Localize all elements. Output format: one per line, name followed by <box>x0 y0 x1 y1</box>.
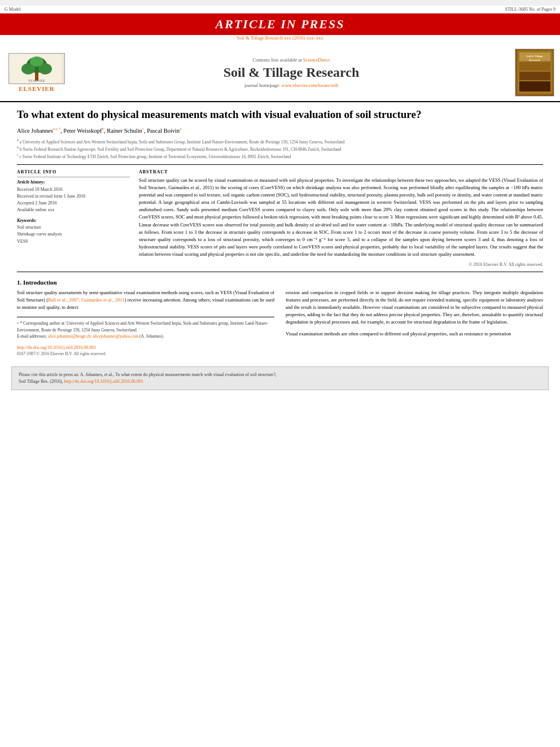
abstract-col: ABSTRACT Soil structure quality can be s… <box>139 169 543 267</box>
elsevier-logo-image: ELSEVIER <box>8 53 65 84</box>
homepage-url-text: www.elsevier.com/locate/still <box>282 82 338 88</box>
article-content: To what extent do physical measurements … <box>0 102 560 362</box>
elsevier-logo: ELSEVIER ELSEVIER <box>6 53 68 92</box>
email-label: E-mail addresses: <box>17 334 47 339</box>
elsevier-wordmark: ELSEVIER <box>19 85 55 92</box>
sciencedirect-text: ScienceDirect <box>303 57 330 63</box>
citation-doi-link[interactable]: http://dx.doi.org/10.1016/j.still.2016.0… <box>64 379 143 384</box>
article-doi: Soil & Tillage Research xxx (2016) xxx–x… <box>0 35 560 41</box>
still-number: STILL-3685 No. of Pages 9 <box>505 7 555 12</box>
history-label: Article history: <box>17 180 130 185</box>
sciencedirect-link[interactable]: ScienceDirect <box>303 57 330 63</box>
affiliation-b: b b Swiss Federal Research Station Agros… <box>17 146 543 152</box>
footnote-email-line: E-mail addresses: alice.johannes@hesge.c… <box>17 333 274 339</box>
affiliation-c: c c Swiss Federal Institute of Technolog… <box>17 153 543 159</box>
affil-c-text: c Swiss Federal Institute of Technology … <box>20 154 291 159</box>
citation-text: Please cite this article in press as: A.… <box>19 372 277 384</box>
doi-link-text: http://dx.doi.org/10.1016/j.still.2016.0… <box>17 345 97 350</box>
svg-text:ELSEVIER: ELSEVIER <box>29 79 45 82</box>
svg-point-5 <box>30 56 43 67</box>
article-title: To what extent do physical measurements … <box>17 108 543 122</box>
introduction-section: 1. Introduction Soil structure quality a… <box>17 279 543 357</box>
author2-name: , Peter Weisskopf <box>60 127 102 133</box>
intro-left-text: Soil structure quality assessments by se… <box>17 289 274 312</box>
intro-heading: 1. Introduction <box>17 279 543 286</box>
banner-text: ARTICLE IN PRESS <box>216 17 345 31</box>
author1-name: Alice Johannes <box>17 127 53 133</box>
doi-text: Soil & Tillage Research xxx (2016) xxx–x… <box>237 35 323 41</box>
journal-header: ELSEVIER ELSEVIER Contents lists availab… <box>0 44 560 102</box>
article-info-label: ARTICLE INFO <box>17 169 130 174</box>
received-revised-date: Received in revised form 1 June 2016 <box>17 193 130 200</box>
email-suffix: (A. Johannes). <box>139 334 164 339</box>
copyright-line: © 2016 Elsevier B.V. All rights reserved… <box>139 262 543 267</box>
intro-left-col: Soil structure quality assessments by se… <box>17 289 274 357</box>
contents-line: Contents lists available at ScienceDirec… <box>73 57 509 63</box>
journal-center: Contents lists available at ScienceDirec… <box>73 57 509 88</box>
article-in-press-banner: ARTICLE IN PRESS <box>0 14 560 35</box>
email2-text: alicejohannes@yahoo.com <box>93 334 138 339</box>
homepage-line: journal homepage: www.elsevier.com/locat… <box>73 82 509 88</box>
intro-right-col: erosion and compaction in cropped fields… <box>286 289 543 357</box>
g-model-label: G Model <box>5 7 21 12</box>
svg-rect-10 <box>519 62 550 71</box>
keyword-2: Shrinkage curve analysis <box>17 231 130 238</box>
citation-link-text: http://dx.doi.org/10.1016/j.still.2016.0… <box>64 379 143 384</box>
keywords-label: Keywords: <box>17 218 130 223</box>
intro-right-text2: Visual examination methods are often com… <box>286 330 543 338</box>
citation-bar: Please cite this article in press as: A.… <box>11 366 549 390</box>
footnote-area: * * Corresponding author at: University … <box>17 317 274 339</box>
svg-rect-12 <box>519 81 550 91</box>
footnote-text: * * Corresponding author at: University … <box>17 320 274 333</box>
intro-right-text: erosion and compaction in cropped fields… <box>286 289 543 326</box>
affil-b-text: b Swiss Federal Research Station Agrosco… <box>20 147 342 152</box>
received-date: Received 18 March 2016 <box>17 186 130 193</box>
page: G Model STILL-3685 No. of Pages 9 ARTICL… <box>0 6 560 747</box>
article-info-col: ARTICLE INFO Article history: Received 1… <box>17 169 130 267</box>
journal-thumbnail: Soil & Tillage Research <box>515 49 554 97</box>
intro-two-col: Soil structure quality assessments by se… <box>17 289 543 357</box>
author4-sup: a <box>180 126 181 131</box>
section-divider-1 <box>17 164 543 165</box>
info-abstract-section: ARTICLE INFO Article history: Received 1… <box>17 169 543 267</box>
section-divider-2 <box>17 272 543 272</box>
affil-a-text: a University of Applied Sciences and Art… <box>20 139 345 144</box>
keyword-1: Soil structure <box>17 224 130 231</box>
authors-line: Alice Johannesa,c,*, Peter Weisskopfb, R… <box>17 126 543 135</box>
homepage-label: journal homepage: <box>244 82 281 88</box>
doi-link[interactable]: http://dx.doi.org/10.1016/j.still.2016.0… <box>17 345 97 350</box>
svg-text:Research: Research <box>529 59 540 62</box>
accepted-date: Accepted 2 June 2016 <box>17 200 130 207</box>
author3-name: , Rainer Schulin <box>104 127 142 133</box>
keyword-3: VESS <box>17 238 130 246</box>
svg-rect-11 <box>519 72 550 80</box>
email1-text: alice.johannes@hesge.ch, <box>48 334 92 339</box>
author4-name: , Pascal Boivin <box>144 127 180 133</box>
bottom-links: http://dx.doi.org/10.1016/j.still.2016.0… <box>17 345 274 356</box>
info-divider <box>17 177 130 177</box>
abstract-label: ABSTRACT <box>139 169 543 174</box>
footnote-corresponding: * Corresponding author at: University of… <box>17 321 268 333</box>
svg-text:Soil & Tillage: Soil & Tillage <box>526 55 543 58</box>
affiliation-a: a a University of Applied Sciences and A… <box>17 138 543 145</box>
contents-label: Contents lists available at <box>253 57 302 63</box>
ref-guimaraes-2011[interactable]: Guimarães et al., 2011 <box>81 297 125 303</box>
email-link-2[interactable]: alicejohannes@yahoo.com <box>93 334 139 339</box>
journal-title: Soil & Tillage Research <box>73 65 509 80</box>
abstract-text: Soil structure quality can be scored by … <box>139 177 543 259</box>
homepage-url[interactable]: www.elsevier.com/locate/still <box>282 82 338 88</box>
email-link-1[interactable]: alice.johannes@hesge.ch, <box>48 334 93 339</box>
rights-text: 0167-1987/© 2016 Elsevier B.V. All right… <box>17 351 274 356</box>
available-online: Available online xxx <box>17 207 130 213</box>
author1-sup: a,c,* <box>53 126 60 131</box>
ref-ball-2007[interactable]: Ball et al., 2007; <box>48 297 80 303</box>
keywords-section: Keywords: Soil structure Shrinkage curve… <box>17 218 130 246</box>
g-model-bar: G Model STILL-3685 No. of Pages 9 <box>0 6 560 14</box>
